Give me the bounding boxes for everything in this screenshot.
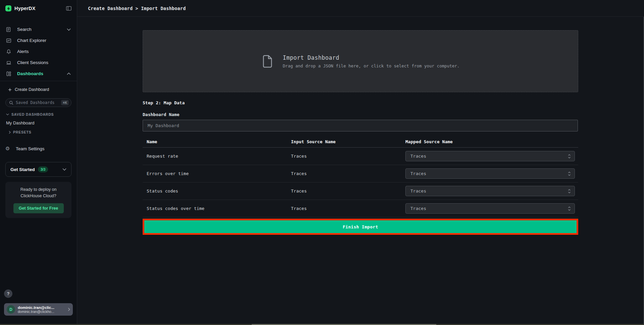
logo-row: HyperDX <box>0 0 77 17</box>
dropzone-texts: Import Dashboard Drag and drop a JSON fi… <box>283 54 460 68</box>
get-started-label: Get Started <box>10 167 35 172</box>
chevron-right-icon <box>68 308 70 311</box>
user-menu[interactable]: D dominic.tran@clic... dominic.tran@clic… <box>4 303 73 316</box>
sidebar-item-dashboards[interactable]: Dashboards <box>0 68 77 79</box>
table-row: Status codes Traces Traces <box>143 182 578 200</box>
sidebar-item-label: Dashboards <box>17 71 67 76</box>
saved-dashboards-section[interactable]: SAVED DASHBOARDS <box>6 112 71 116</box>
row-input-source: Traces <box>291 206 405 211</box>
finish-import-button[interactable]: Finish Import <box>144 220 577 233</box>
file-icon <box>261 54 274 68</box>
select-value: Traces <box>410 188 567 194</box>
topbar: Create Dashboard > Import Dashboard <box>77 0 644 17</box>
chart-line-icon <box>6 38 13 43</box>
chevron-down-icon <box>62 168 66 171</box>
row-name: Request rate <box>143 154 291 159</box>
sidebar-collapse-icon[interactable] <box>66 6 71 11</box>
column-header-name: Name <box>143 139 291 144</box>
sidebar-item-search[interactable]: Search <box>0 24 77 35</box>
create-dashboard-button[interactable]: Create Dashboard <box>0 85 77 95</box>
dropzone-subtitle: Drag and drop a JSON file here, or click… <box>283 63 460 68</box>
sidebar-item-client-sessions[interactable]: Client Sessions <box>0 57 77 68</box>
mapped-source-select[interactable]: Traces <box>405 168 575 179</box>
user-texts: dominic.tran@clic... dominic.tran@clickh… <box>18 306 68 314</box>
table-header-row: Name Input Source Name Mapped Source Nam… <box>143 136 578 148</box>
search-placeholder: Saved Dashboards <box>16 100 61 105</box>
chevron-updown-icon <box>567 171 571 176</box>
help-button[interactable]: ? <box>4 289 12 298</box>
mapped-source-select[interactable]: Traces <box>405 151 575 161</box>
chevron-updown-icon <box>567 189 571 194</box>
sidebar-nav: Search Chart Explorer Alerts <box>0 24 77 79</box>
map-table-body: Request rate Traces Traces Errors over t… <box>143 148 578 217</box>
row-name: Status codes <box>143 188 291 194</box>
dropzone-title: Import Dashboard <box>283 54 460 61</box>
section-label: PRESETS <box>13 130 32 134</box>
avatar: D <box>7 305 15 314</box>
row-name: Errors over time <box>143 171 291 176</box>
table-row: Status codes over time Traces Traces <box>143 200 578 217</box>
row-name: Status codes over time <box>143 206 291 211</box>
sidebar-item-alerts[interactable]: Alerts <box>0 46 77 57</box>
chevron-up-icon <box>67 72 71 75</box>
shortcut-badge: ⌘K <box>61 100 69 105</box>
dashboard-name-input[interactable] <box>143 120 578 131</box>
gear-icon: ⚙ <box>5 146 12 151</box>
section-label: SAVED DASHBOARDS <box>11 112 54 116</box>
get-started-panel[interactable]: Get Started 3/3 <box>5 162 71 177</box>
breadcrumb: Create Dashboard > Import Dashboard <box>88 6 186 11</box>
dashboards-icon <box>6 71 13 76</box>
chevron-right-icon <box>9 131 11 134</box>
mapped-source-select[interactable]: Traces <box>405 203 575 214</box>
bell-icon <box>6 49 13 54</box>
sidebar-item-label: Search <box>17 27 67 32</box>
sidebar-item-chart-explorer[interactable]: Chart Explorer <box>0 35 77 46</box>
json-dropzone[interactable]: Import Dashboard Drag and drop a JSON fi… <box>143 30 578 92</box>
sidebar-item-my-dashboard[interactable]: My Dashboard <box>6 120 71 125</box>
row-input-source: Traces <box>291 154 405 159</box>
annotation-highlight: Finish Import <box>143 219 578 235</box>
dashboard-name-label: Dashboard Name <box>143 112 578 117</box>
sidebar: HyperDX Search Chart Explorer <box>0 0 77 325</box>
map-data-table: Name Input Source Name Mapped Source Nam… <box>143 136 578 217</box>
chevron-down-icon <box>67 28 71 31</box>
presets-section[interactable]: PRESETS <box>9 130 71 134</box>
chevron-updown-icon <box>567 206 571 211</box>
column-header-input-source: Input Source Name <box>291 139 405 144</box>
table-row: Errors over time Traces Traces <box>143 165 578 182</box>
search-icon <box>9 101 13 105</box>
select-value: Traces <box>410 171 567 176</box>
brand-name: HyperDX <box>14 6 66 11</box>
get-started-free-button[interactable]: Get Started for Free <box>13 203 64 213</box>
promo-text-line2: ClickHouse Cloud? <box>9 193 68 199</box>
chevron-updown-icon <box>567 154 571 159</box>
saved-dashboards-search[interactable]: Saved Dashboards ⌘K <box>5 98 71 107</box>
chevron-down-icon <box>6 113 9 115</box>
user-email: dominic.tran@clickho... <box>18 310 68 314</box>
mapped-source-select[interactable]: Traces <box>405 186 575 196</box>
import-panel: Import Dashboard Drag and drop a JSON fi… <box>143 30 578 235</box>
select-value: Traces <box>410 206 567 211</box>
laptop-icon <box>6 60 13 65</box>
team-settings-label: Team Settings <box>16 146 45 151</box>
sidebar-item-label: Alerts <box>17 49 71 54</box>
sidebar-item-label: Chart Explorer <box>17 38 71 43</box>
row-input-source: Traces <box>291 171 405 176</box>
clickhouse-promo-card: Ready to deploy on ClickHouse Cloud? Get… <box>5 182 71 218</box>
sidebar-item-team-settings[interactable]: ⚙ Team Settings <box>0 144 77 154</box>
select-value: Traces <box>410 154 567 159</box>
promo-text-line1: Ready to deploy on <box>9 186 68 193</box>
step-title: Step 2: Map Data <box>143 100 578 105</box>
list-search-icon <box>6 27 13 32</box>
column-header-mapped-source: Mapped Source Name <box>405 139 578 144</box>
sidebar-item-label: Client Sessions <box>17 60 71 65</box>
table-row: Request rate Traces Traces <box>143 148 578 165</box>
progress-badge: 3/3 <box>38 166 48 172</box>
sidebar-divider <box>0 81 77 81</box>
hyperdx-logo-icon <box>5 5 11 11</box>
main-area: Create Dashboard > Import Dashboard Impo… <box>77 0 644 325</box>
row-input-source: Traces <box>291 188 405 194</box>
plus-icon <box>8 88 12 92</box>
app-window: HyperDX Search Chart Explorer <box>0 0 644 325</box>
user-name: dominic.tran@clic... <box>18 306 68 310</box>
